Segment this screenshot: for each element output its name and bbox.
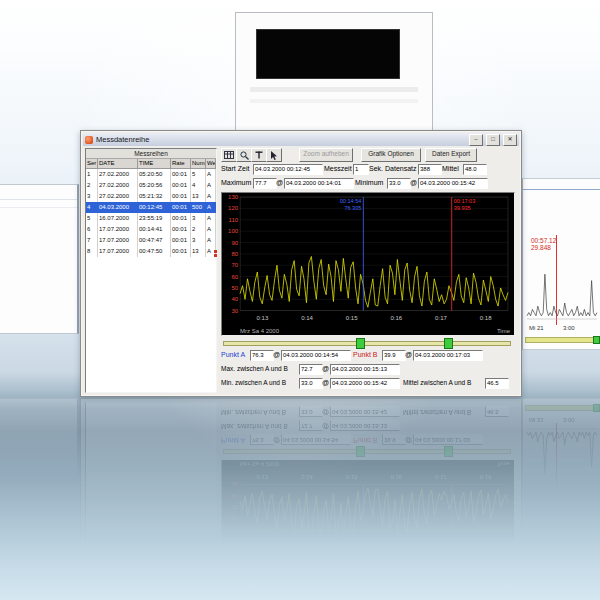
at-separator: @ <box>276 177 283 188</box>
svg-text:39.935: 39.935 <box>454 205 471 211</box>
minimum-field: 33.0 <box>387 178 411 189</box>
mittel-ab-field: 46.5 <box>485 378 509 389</box>
range-slider <box>221 448 513 457</box>
svg-text:130: 130 <box>228 194 239 200</box>
app-window: Messdatenreihe – □ ✕ Messreihen SerDATET… <box>80 130 522 397</box>
main-chart: 130120110100908070605040300:130:140:150:… <box>222 460 514 600</box>
panel-divider <box>0 207 77 208</box>
magnifier-icon <box>240 151 249 160</box>
punkt-a-label: Punkt A <box>221 435 245 446</box>
panel-divider <box>523 558 600 559</box>
mini-x-tick: Mi 21 <box>529 417 544 423</box>
svg-text:0:14: 0:14 <box>301 474 313 480</box>
table-caption: Messreihen <box>86 149 216 159</box>
at-separator: @ <box>322 421 329 432</box>
svg-text:0:15: 0:15 <box>346 315 358 321</box>
svg-text:0:18: 0:18 <box>480 474 492 480</box>
table-tool-button[interactable] <box>221 148 237 162</box>
svg-text:30: 30 <box>231 481 238 487</box>
mini-slider-handle[interactable] <box>593 336 600 344</box>
svg-text:00:14:54: 00:14:54 <box>340 591 362 597</box>
min-ab-label: Min. zwischen A und B <box>221 407 286 418</box>
table-row[interactable]: 717.07.200000:47:4700:013A <box>86 235 216 246</box>
column-header[interactable]: TIME <box>138 159 171 169</box>
svg-text:0:18: 0:18 <box>480 315 492 321</box>
at-separator: @ <box>273 349 280 360</box>
series-table: Messreihen SerDATETIMERateNumWeight 127.… <box>85 148 217 393</box>
table-row[interactable]: 327.02.200005:21:3200:0113A <box>86 191 216 202</box>
punkt-b-time-field[interactable]: 04.03.2000 00:17:03 <box>413 350 483 361</box>
zoom-reset-button[interactable]: Zoom aufheben <box>299 148 353 162</box>
table-body: 127.02.200005:20:5000:015A227.02.200005:… <box>86 169 216 257</box>
svg-text:60: 60 <box>231 515 238 521</box>
chart-date-label: Mrz Sa 4 2000 <box>240 461 279 467</box>
messzeit-field[interactable]: 1 <box>353 164 369 175</box>
start-zeit-field[interactable]: 04.03.2000 00:12:45 <box>253 164 323 175</box>
chart-date-label: Mrz Sa 4 2000 <box>240 328 279 334</box>
table-row[interactable]: 817.07.200000:47:5000:0113A <box>86 246 216 257</box>
table-row[interactable]: 516.07.200023:55:1900:013A <box>86 213 216 224</box>
slider-track[interactable] <box>223 341 511 346</box>
zoom-tool-button[interactable] <box>236 148 252 162</box>
mini-cursor-readout: 00:57.12 29.848 <box>531 497 556 511</box>
window-title: Messdatenreihe <box>96 135 466 144</box>
text-tool-button[interactable] <box>251 148 267 162</box>
data-export-button[interactable]: Daten Export <box>425 148 477 162</box>
reflection: 00:57.12 29.848 Mi 21 3:00 <box>521 398 600 570</box>
table-body: 127.02.200005:20:5000:015A227.02.200005:… <box>86 538 216 600</box>
datensatz-field[interactable]: 388 <box>418 164 442 175</box>
close-button[interactable]: ✕ <box>503 134 517 146</box>
start-zeit-label: Start Zeit <box>221 163 249 174</box>
titlebar[interactable]: Messdatenreihe – □ ✕ <box>83 133 519 146</box>
panel-divider <box>0 524 77 525</box>
slider-handle-b <box>444 446 453 457</box>
min-ab-field: 33.0 <box>299 406 323 417</box>
maximize-button[interactable]: □ <box>486 134 500 146</box>
punkt-b-time-field: 04.03.2000 00:17:03 <box>413 434 483 445</box>
mini-slider-track <box>525 405 600 411</box>
minimum-time-field: 04.03.2000 00:15:42 <box>418 178 488 189</box>
punkt-a-field[interactable]: 76.3 <box>250 350 274 361</box>
column-header[interactable]: Num <box>191 159 206 169</box>
datensatz-label: Datensatz <box>385 163 417 174</box>
minimize-button[interactable]: – <box>469 134 483 146</box>
column-header[interactable]: Ser <box>86 159 98 169</box>
main-chart[interactable]: 130120110100908070605040300:130:140:150:… <box>222 193 514 335</box>
graph-options-button[interactable]: Grafik Optionen <box>361 148 421 162</box>
punkt-a-time-field[interactable]: 04.03.2000 00:14:54 <box>281 350 351 361</box>
mini-x-tick: 3:00 <box>563 325 575 331</box>
min-ab-field: 33.0 <box>299 378 323 389</box>
mini-chart[interactable] <box>525 269 599 325</box>
app-icon <box>85 136 93 144</box>
max-ab-label: Max. zwischen A und B <box>221 421 288 432</box>
table-row[interactable]: 127.02.200005:20:5000:015A <box>86 169 216 180</box>
table-row[interactable]: 404.03.200000:12:4500:01500A <box>86 202 216 213</box>
reflection <box>0 398 79 548</box>
svg-text:0:14: 0:14 <box>301 315 313 321</box>
mini-slider-track[interactable] <box>525 337 600 343</box>
min-ab-time-field: 04.03.2000 00:15:42 <box>330 378 400 389</box>
column-header[interactable]: DATE <box>98 159 138 169</box>
mittel-ab-label: Mittel zwischen A und B <box>403 407 471 418</box>
svg-text:120: 120 <box>228 205 239 211</box>
at-separator: @ <box>322 377 329 388</box>
slider-handle-b[interactable] <box>444 338 453 349</box>
panel-divider <box>523 189 600 190</box>
mini-cursor-time: 00:57.12 <box>531 237 556 244</box>
chart-time-label: Time <box>497 328 510 334</box>
svg-text:90: 90 <box>231 549 238 555</box>
table-row[interactable]: 227.02.200005:20:5600:014A <box>86 180 216 191</box>
slider-handle-a[interactable] <box>356 338 365 349</box>
punkt-a-field: 76.3 <box>250 434 274 445</box>
scene: 00:57.12 29.848 Mi 21 3:00 Messdatenreih… <box>0 0 600 600</box>
background-strip <box>250 99 418 103</box>
svg-text:90: 90 <box>231 240 238 246</box>
at-separator: @ <box>405 349 412 360</box>
column-header[interactable]: Weight <box>206 159 216 169</box>
panel-divider <box>0 199 77 200</box>
table-row[interactable]: 617.07.200000:14:4100:012A <box>86 224 216 235</box>
desktop-background: 00:57.12 29.848 Mi 21 3:00 Messdatenreih… <box>0 0 600 600</box>
cursor-tool-button[interactable] <box>266 148 282 162</box>
punkt-b-field[interactable]: 39.9 <box>382 350 406 361</box>
column-header[interactable]: Rate <box>171 159 191 169</box>
